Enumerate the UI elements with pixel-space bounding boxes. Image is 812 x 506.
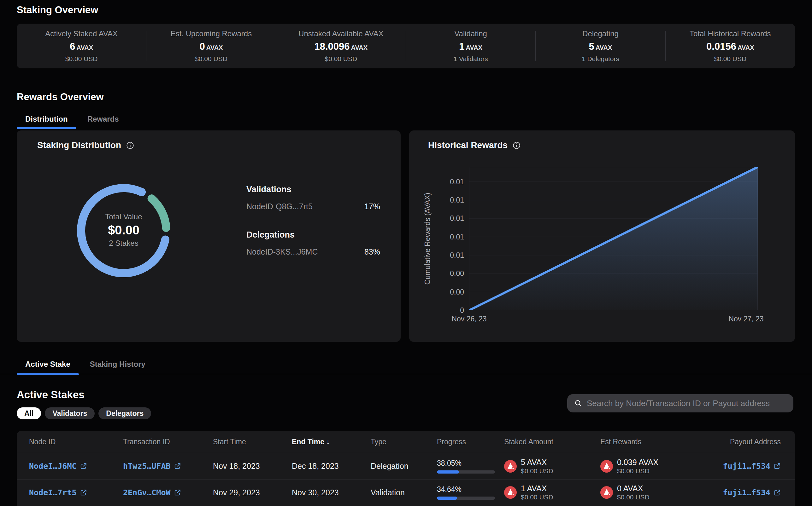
- y-tick-label: 0: [410, 306, 464, 315]
- legend-delegations-pct: 83%: [364, 247, 380, 256]
- external-link-icon: [174, 489, 181, 496]
- historical-rewards-title: Historical Rewards: [428, 140, 521, 150]
- legend-validations-node: NodeID-Q8G...7rt5: [246, 202, 313, 211]
- stat-sub: 1 Delegators: [582, 55, 619, 63]
- col-node-id: Node ID: [29, 438, 123, 446]
- staked-amount-cell: 1 AVAX$0.00 USD: [504, 484, 600, 501]
- search-bar: [567, 394, 793, 412]
- stat-sub: $0.00 USD: [325, 55, 357, 63]
- est-rewards-cell: 0 AVAX$0.00 USD: [600, 484, 695, 501]
- legend-delegations-heading: Delegations: [246, 230, 380, 240]
- info-icon[interactable]: [126, 141, 134, 150]
- col-transaction-id: Transaction ID: [123, 438, 213, 446]
- external-link-icon: [773, 462, 781, 470]
- legend-delegations-row: NodeID-3KS...J6MC 83%: [246, 247, 380, 256]
- donut-stakes-count: 2 Stakes: [76, 238, 171, 248]
- transaction-id-link[interactable]: 2EnGv…CMoW: [123, 488, 181, 497]
- stat-value: 5AVAX: [589, 41, 612, 52]
- x-axis-label-start: Nov 26, 23: [442, 315, 496, 323]
- payout-address-link[interactable]: fuji1…f534: [723, 488, 781, 497]
- filter-delegators[interactable]: Delegators: [98, 407, 151, 419]
- filter-validators[interactable]: Validators: [45, 407, 95, 419]
- donut-total-value: $0.00: [76, 222, 171, 238]
- table-header-row: Node ID Transaction ID Start Time End Ti…: [17, 431, 795, 453]
- col-staked-amount: Staked Amount: [504, 438, 600, 446]
- historical-rewards-line-chart: [469, 167, 758, 310]
- avax-token-icon: [504, 460, 517, 473]
- node-id-link[interactable]: NodeI…J6MC: [29, 461, 87, 471]
- progress-bar: [437, 497, 495, 500]
- tab-distribution[interactable]: Distribution: [17, 113, 76, 129]
- end-time: Nov 30, 2023: [292, 488, 371, 497]
- stat-value: 0AVAX: [200, 41, 223, 52]
- stat-label: Actively Staked AVAX: [45, 29, 118, 38]
- tab-staking-history-label: Staking History: [90, 360, 145, 368]
- stat-unstaked-available: Unstaked Available AVAX 18.0096AVAX $0.0…: [276, 29, 406, 63]
- external-link-icon: [80, 489, 87, 496]
- start-time: Nov 18, 2023: [213, 461, 292, 471]
- col-payout-address: Payout Address: [695, 438, 781, 446]
- transaction-id-link[interactable]: hTwz5…UFAB: [123, 461, 181, 471]
- active-stakes-heading: Active Stakes: [17, 389, 84, 401]
- distribution-legend: Validations NodeID-Q8G...7rt5 17% Delega…: [246, 185, 380, 256]
- col-progress: Progress: [437, 438, 504, 446]
- active-tab-underline: [17, 373, 79, 375]
- y-tick-label: 0.01: [410, 214, 464, 223]
- search-input[interactable]: [587, 399, 787, 408]
- stat-value: 0.0156AVAX: [706, 41, 754, 52]
- staked-amount-cell: 5 AVAX$0.00 USD: [504, 457, 600, 475]
- tab-rewards[interactable]: Rewards: [79, 113, 127, 129]
- y-tick-label: 0.00: [410, 269, 464, 277]
- col-start-time: Start Time: [213, 438, 292, 446]
- legend-validations-pct: 17%: [364, 202, 380, 211]
- y-tick-label: 0.01: [410, 178, 464, 186]
- search-icon: [574, 399, 582, 407]
- stat-value: 1AVAX: [459, 41, 482, 52]
- stat-label: Validating: [454, 29, 487, 38]
- tab-active-stake-label: Active Stake: [25, 360, 70, 368]
- stat-sub: 1 Validators: [453, 55, 488, 63]
- stake-type: Validation: [371, 488, 437, 497]
- rewards-overview-title: Rewards Overview: [17, 91, 104, 103]
- y-tick-label: 0.01: [410, 233, 464, 241]
- table-row: NodeI…J6MC hTwz5…UFAB Nov 18, 2023 Dec 1…: [17, 453, 795, 479]
- staking-dashboard: { "staking_overview": { "title": "Stakin…: [0, 0, 812, 506]
- est-rewards-cell: 0.039 AVAX$0.00 USD: [600, 457, 695, 475]
- stat-value: 6AVAX: [70, 41, 93, 52]
- tab-staking-history[interactable]: Staking History: [81, 358, 154, 374]
- tab-rewards-label: Rewards: [87, 115, 119, 123]
- legend-delegations-node: NodeID-3KS...J6MC: [246, 247, 318, 256]
- avax-token-icon: [600, 486, 613, 499]
- staking-distribution-title-label: Staking Distribution: [37, 140, 121, 150]
- payout-address-link[interactable]: fuji1…f534: [723, 461, 781, 471]
- col-end-time-sorted[interactable]: End Time↓: [292, 438, 371, 446]
- active-tab-underline: [17, 127, 76, 129]
- node-id-link[interactable]: NodeI…7rt5: [29, 488, 87, 497]
- stat-label: Total Historical Rewards: [690, 29, 771, 38]
- stat-label: Est. Upcoming Rewards: [171, 29, 252, 38]
- info-icon[interactable]: [512, 141, 521, 150]
- progress-cell: 38.05%: [437, 459, 504, 474]
- external-link-icon: [80, 462, 87, 470]
- tab-active-stake[interactable]: Active Stake: [17, 358, 79, 374]
- legend-validations-heading: Validations: [246, 185, 380, 194]
- filter-all[interactable]: All: [17, 407, 41, 419]
- col-est-rewards: Est Rewards: [600, 438, 695, 446]
- staking-overview-title: Staking Overview: [17, 4, 98, 16]
- external-link-icon: [174, 462, 181, 470]
- donut-center: Total Value $0.00 2 Stakes: [76, 212, 171, 248]
- sort-descending-icon: ↓: [326, 438, 330, 446]
- staking-overview-stats-card: Actively Staked AVAX 6AVAX $0.00 USD Est…: [17, 24, 795, 68]
- donut-total-value-label: Total Value: [76, 212, 171, 222]
- stakes-tabs: Active Stake Staking History: [0, 358, 812, 374]
- stat-sub: $0.00 USD: [714, 55, 746, 63]
- stat-validating: Validating 1AVAX 1 Validators: [406, 29, 535, 63]
- end-time: Dec 18, 2023: [292, 461, 371, 471]
- stat-sub: $0.00 USD: [65, 55, 98, 63]
- stat-value: 18.0096AVAX: [314, 41, 367, 52]
- progress-cell: 34.64%: [437, 485, 504, 500]
- stat-delegating: Delegating 5AVAX 1 Delegators: [536, 29, 665, 63]
- stat-label: Delegating: [582, 29, 619, 38]
- x-axis-label-end: Nov 27, 23: [719, 315, 773, 323]
- stat-historical-rewards: Total Historical Rewards 0.0156AVAX $0.0…: [666, 29, 795, 63]
